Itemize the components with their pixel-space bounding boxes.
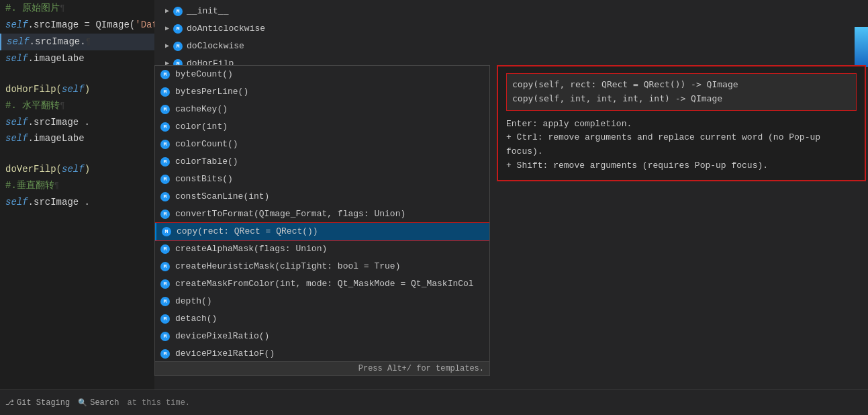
code-line-4: self .imageLabe: [0, 50, 154, 66]
code-line-7: #. 水平翻转 ¶: [0, 97, 154, 114]
arrow-icon: ▶: [165, 21, 169, 36]
doc-text: Enter: apply completion. + Ctrl: remove …: [506, 118, 857, 173]
ac-item-cachekey[interactable]: M cacheKey(): [155, 101, 489, 118]
ac-item-devicepixelratiof[interactable]: M devicePixelRatioF(): [155, 345, 489, 361]
status-message: at this time.: [127, 398, 190, 408]
ac-item-bytesperline[interactable]: M bytesPerLine(): [155, 83, 489, 101]
method-icon: M: [162, 227, 171, 236]
search-button[interactable]: 🔍 Search: [78, 398, 119, 408]
code-line-5: [0, 66, 154, 81]
code-line-6: doHorFilp( self ): [0, 81, 154, 97]
ac-item-devicepixelratio[interactable]: M devicePixelRatio(): [155, 328, 489, 345]
method-icon: M: [160, 262, 170, 271]
code-line-10: [0, 146, 154, 161]
ac-item-depth[interactable]: M depth(): [155, 293, 489, 310]
method-icon: M: [160, 140, 170, 149]
ac-item-constscanline[interactable]: M constScanLine(int): [155, 188, 489, 205]
method-icon: M: [173, 24, 183, 34]
ac-item-converttoformat[interactable]: M convertToFormat(QImage_Format, flags: …: [155, 205, 489, 223]
code-editor: #. 原始图片 ¶ self .srcImage = QImage( 'Data…: [0, 0, 154, 415]
method-icon: M: [160, 192, 170, 201]
method-icon: M: [160, 70, 170, 79]
method-icon: M: [160, 122, 170, 132]
method-icon: M: [160, 157, 170, 167]
code-line-2: self .srcImage = QImage( 'Data/fg.png' )…: [0, 17, 154, 34]
git-icon: ⎇: [5, 398, 14, 407]
status-bar: ⎇ Git Staging 🔍 Search at this time.: [0, 389, 868, 415]
ac-item-createmaskfromcolor[interactable]: M createMaskFromColor(int, mode: Qt_Mask…: [155, 275, 489, 293]
method-icon: M: [160, 314, 170, 324]
arrow-icon: ▶: [165, 4, 169, 19]
ac-item-copy[interactable]: M copy(rect: QRect = QRect()): [155, 223, 489, 240]
code-line-1: #. 原始图片 ¶: [0, 0, 154, 17]
method-icon: M: [160, 87, 170, 97]
autocomplete-footer: Press Alt+/ for templates.: [155, 361, 489, 375]
method-icon: M: [160, 210, 170, 219]
method-icon: M: [160, 297, 170, 306]
ac-item-color[interactable]: M color(int): [155, 118, 489, 136]
code-line-9: self .imageLabe: [0, 130, 154, 146]
code-line-3: self .srcImage. ¶: [0, 34, 154, 50]
ac-item-colortable[interactable]: M colorTable(): [155, 153, 489, 171]
ac-item-colorcount[interactable]: M colorCount(): [155, 136, 489, 153]
code-line-12: #.垂直翻转 ¶: [0, 177, 154, 194]
ac-item-detach[interactable]: M detach(): [155, 310, 489, 328]
method-icon: M: [173, 7, 183, 16]
method-icon: M: [160, 244, 170, 254]
ac-item-constbits[interactable]: M constBits(): [155, 171, 489, 188]
doc-panel: copy(self, rect: QRect = QRect()) -> QIm…: [497, 65, 866, 181]
ac-item-bytecount[interactable]: M byteCount(): [155, 66, 489, 83]
code-line-8: self .srcImage .: [0, 114, 154, 130]
method-icon: M: [160, 349, 170, 359]
git-staging-button[interactable]: ⎇ Git Staging: [5, 398, 70, 408]
outline-item-clockwise[interactable]: ▶ M doClockwise: [154, 38, 868, 55]
outline-item-init[interactable]: ▶ M __init__: [154, 3, 868, 20]
autocomplete-dropdown: M byteCount() M bytesPerLine() M cacheKe…: [154, 65, 490, 376]
outline-item-anticlockwise[interactable]: ▶ M doAnticlockwise: [154, 20, 868, 38]
code-line-13: self .srcImage .: [0, 194, 154, 210]
search-icon: 🔍: [78, 398, 87, 407]
color-indicator: [855, 27, 868, 67]
method-icon: M: [160, 332, 170, 341]
main-container: #. 原始图片 ¶ self .srcImage = QImage( 'Data…: [0, 0, 868, 415]
method-icon: M: [160, 279, 170, 289]
ac-item-createalphamask[interactable]: M createAlphaMask(flags: Union): [155, 240, 489, 258]
arrow-icon: ▶: [165, 39, 169, 54]
ac-item-createheuristicmask[interactable]: M createHeuristicMask(clipTight: bool = …: [155, 258, 489, 275]
method-icon: M: [160, 105, 170, 114]
signature-box: copy(self, rect: QRect = QRect()) -> QIm…: [506, 73, 857, 111]
method-icon: M: [173, 42, 183, 51]
method-icon: M: [160, 175, 170, 184]
code-line-11: doVerFilp( self ): [0, 161, 154, 177]
autocomplete-list: M byteCount() M bytesPerLine() M cacheKe…: [155, 66, 489, 361]
